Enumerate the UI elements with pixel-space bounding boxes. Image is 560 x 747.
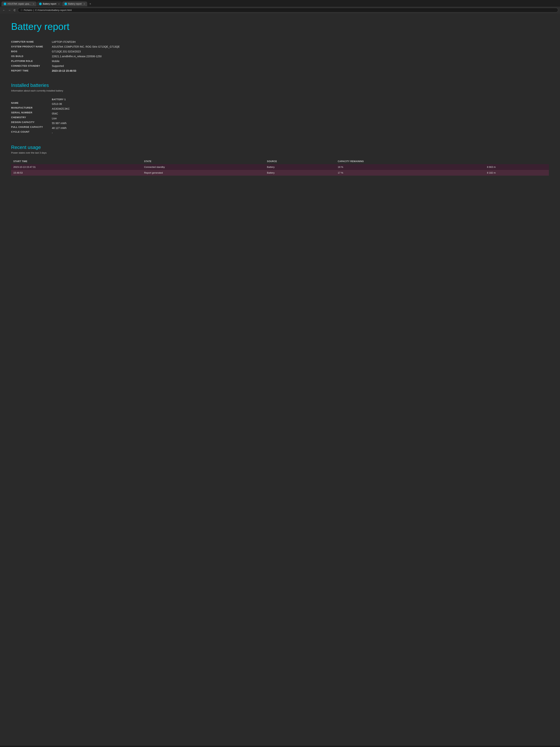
battery-value-cycle-count: - [52, 130, 549, 135]
url-text: C:/Users/mrato/battery-report.html [35, 9, 72, 11]
usage-capacity-mwh-2: 8 182 m [485, 170, 549, 176]
battery-header: BATTERY 1 [52, 97, 549, 102]
usage-state-2: Report generated [142, 170, 265, 176]
usage-source-2: Battery [265, 170, 336, 176]
usage-start-time-2: 15:48:53 [11, 170, 142, 176]
page-title: Battery report [11, 21, 549, 32]
installed-batteries-subtitle: Information about each currently install… [11, 89, 549, 92]
address-bar-row: ← → C ⓘ Ficheiro | C:/Users/mrato/batter… [0, 7, 560, 14]
tab-favicon-2 [39, 3, 42, 5]
value-report-time: 2023-10-13 15:48:53 [52, 68, 549, 73]
battery-label-cycle-count: CYCLE COUNT [11, 130, 52, 134]
usage-table-header-row: START TIME STATE SOURCE CAPACITY REMAINI… [11, 159, 549, 164]
battery-value-manufacturer: AS3GWZC3KC [52, 106, 549, 111]
col-header-state: STATE [142, 159, 265, 164]
tab-favicon-3 [64, 3, 67, 5]
battery-value-serial: 054C [52, 111, 549, 116]
page-content: Battery report COMPUTER NAME LAPTOP-I7CN… [0, 14, 560, 746]
label-platform-role: PLATFORM ROLE [11, 59, 52, 63]
installed-batteries-section: Installed batteries Information about ea… [11, 82, 549, 135]
tab-label-3: Battery report [68, 3, 82, 5]
label-os-build: OS BUILD [11, 54, 52, 59]
value-os-build: 22621.1.amd64fre.ni_release.220506-1250 [52, 54, 549, 59]
value-platform-role: Mobile [52, 59, 549, 63]
col-header-capacity-remaining: CAPACITY REMAINING [336, 159, 485, 164]
usage-start-time-1: 2023-10-13 15:47:31 [11, 164, 142, 170]
battery-spacer [11, 97, 52, 102]
battery-value-name: G513-36 [52, 102, 549, 106]
battery-grid: BATTERY 1 NAME G513-36 MANUFACTURER AS3G… [11, 97, 549, 135]
tab-close-1[interactable]: ✕ [33, 3, 34, 5]
site-info-icon: ⓘ [21, 9, 23, 11]
label-computer-name: COMPUTER NAME [11, 40, 52, 44]
table-row: COMPUTER NAME LAPTOP-I7CNFD3H [11, 40, 549, 44]
label-connected-standby: CONNECTED STANDBY [11, 63, 52, 68]
col-header-start-time: START TIME [11, 159, 142, 164]
refresh-button[interactable]: C [13, 8, 16, 12]
usage-capacity-mwh-1: 8 663 m [485, 164, 549, 170]
battery-value-design-capacity: 55 997 mWh [52, 121, 549, 126]
label-system-product-name: SYSTEM PRODUCT NAME [11, 44, 52, 49]
address-separator: | [33, 9, 34, 11]
forward-button[interactable]: → [7, 8, 11, 12]
new-tab-button[interactable]: + [87, 1, 93, 7]
browser-chrome: ASUSTeK сервіс ціна... ✕ Battery report … [0, 0, 560, 14]
usage-row-2: 15:48:53 Report generated Battery 17 % 8… [11, 170, 549, 176]
value-connected-standby: Supported [52, 63, 549, 68]
usage-capacity-pct-1: 18 % [336, 164, 485, 170]
table-row: PLATFORM ROLE Mobile [11, 59, 549, 63]
usage-state-1: Connected standby [142, 164, 265, 170]
recent-usage-section: Recent usage Power states over the last … [11, 145, 549, 176]
tab-label-2: Battery report [43, 3, 56, 5]
battery-label-chemistry: CHEMISTRY [11, 116, 52, 120]
recent-usage-title: Recent usage [11, 145, 549, 150]
tab-favicon-1 [4, 3, 6, 5]
tab-3[interactable]: Battery report ✕ [62, 1, 87, 6]
battery-label-design-capacity: DESIGN CAPACITY [11, 121, 52, 125]
usage-row-1: 2023-10-13 15:47:31 Connected standby Ba… [11, 164, 549, 170]
address-bar[interactable]: ⓘ Ficheiro | C:/Users/mrato/battery-repo… [18, 8, 558, 12]
tab-close-3[interactable]: ✕ [83, 3, 85, 5]
battery-label-full-charge: FULL CHARGE CAPACITY [11, 126, 52, 130]
table-row: BIOS G713QE.331 02/24/2023 [11, 49, 549, 54]
value-system-product-name: ASUSTeK COMPUTER INC. ROG Strix G713QE_G… [52, 44, 549, 49]
table-row: SYSTEM PRODUCT NAME ASUSTeK COMPUTER INC… [11, 44, 549, 49]
tab-bar: ASUSTeK сервіс ціна... ✕ Battery report … [0, 0, 560, 7]
tab-close-2[interactable]: ✕ [58, 3, 60, 5]
ficheiro-label: Ficheiro [24, 9, 32, 11]
label-bios: BIOS [11, 49, 52, 54]
value-computer-name: LAPTOP-I7CNFD3H [52, 40, 549, 44]
battery-label-manufacturer: MANUFACTURER [11, 106, 52, 110]
value-bios: G713QE.331 02/24/2023 [52, 49, 549, 54]
back-button[interactable]: ← [2, 8, 6, 12]
battery-value-chemistry: Lion [52, 116, 549, 121]
battery-label-serial: SERIAL NUMBER [11, 111, 52, 115]
battery-value-full-charge: 48 127 mWh [52, 126, 549, 130]
installed-batteries-title: Installed batteries [11, 82, 549, 88]
system-info-table: COMPUTER NAME LAPTOP-I7CNFD3H SYSTEM PRO… [11, 40, 549, 73]
table-row: CONNECTED STANDBY Supported [11, 63, 549, 68]
recent-usage-subtitle: Power states over the last 3 days [11, 151, 549, 154]
battery-label-name: NAME [11, 102, 52, 106]
label-report-time: REPORT TIME [11, 68, 52, 73]
usage-source-1: Battery [265, 164, 336, 170]
tab-2[interactable]: Battery report ✕ [37, 1, 62, 6]
tab-label-1: ASUSTeK сервіс ціна... [7, 3, 31, 5]
recent-usage-table: START TIME STATE SOURCE CAPACITY REMAINI… [11, 159, 549, 176]
col-header-source: SOURCE [265, 159, 336, 164]
usage-capacity-pct-2: 17 % [336, 170, 485, 176]
table-row: REPORT TIME 2023-10-13 15:48:53 [11, 68, 549, 73]
tab-1[interactable]: ASUSTeK сервіс ціна... ✕ [1, 1, 36, 6]
col-header-capacity-mwh [485, 159, 549, 164]
table-row: OS BUILD 22621.1.amd64fre.ni_release.220… [11, 54, 549, 59]
